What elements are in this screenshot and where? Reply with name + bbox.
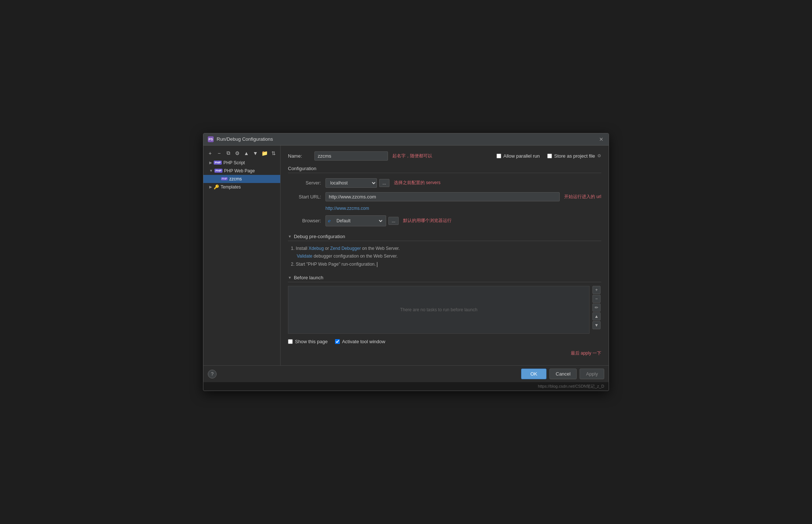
title-bar-left: PS Run/Debug Configurations bbox=[208, 136, 273, 142]
debug-step1-prefix: 1. Install bbox=[291, 246, 309, 251]
gear-icon: ⚙ bbox=[597, 153, 601, 158]
php-badge: PHP bbox=[214, 161, 222, 165]
debug-step2: 2. Start "PHP Web Page" run-configuratio… bbox=[291, 261, 601, 269]
debug-collapse-arrow: ▼ bbox=[288, 234, 292, 238]
start-url-annotation: 开始运行进入的 url bbox=[564, 194, 601, 200]
server-select[interactable]: localhost bbox=[325, 178, 377, 188]
before-launch-section: ▼ Before launch There are no tasks to ru… bbox=[288, 273, 601, 334]
php-script-label: PHP Script bbox=[223, 160, 245, 165]
browser-label: Browser: bbox=[288, 218, 321, 223]
allow-parallel-checkbox[interactable] bbox=[496, 154, 501, 158]
copy-config-button[interactable]: ⧉ bbox=[224, 149, 232, 157]
dialog-body: + − ⧉ ⚙ ▲ ▼ 📁 ⇅ ▶ PHP PHP Script ▼ PHP P… bbox=[203, 146, 609, 366]
right-panel: Name: 起名字，随便都可以 Allow parallel run Store… bbox=[281, 146, 609, 366]
cursor-indicator bbox=[377, 262, 377, 267]
server-more-button[interactable]: ... bbox=[379, 179, 389, 187]
show-this-page-row: Show this page bbox=[288, 339, 328, 344]
activate-tool-window-row: Activate tool window bbox=[335, 339, 385, 344]
server-annotation: 选择之前配置的 servers bbox=[394, 180, 441, 186]
close-button[interactable]: ✕ bbox=[598, 136, 604, 142]
before-launch-up-button[interactable]: ▲ bbox=[592, 312, 601, 320]
title-bar: PS Run/Debug Configurations ✕ bbox=[203, 133, 609, 146]
allow-parallel-label: Allow parallel run bbox=[503, 153, 540, 159]
before-launch-down-button[interactable]: ▼ bbox=[592, 321, 601, 329]
name-row: Name: 起名字，随便都可以 Allow parallel run Store… bbox=[288, 151, 601, 161]
left-toolbar: + − ⧉ ⚙ ▲ ▼ 📁 ⇅ bbox=[203, 148, 280, 159]
browser-more-button[interactable]: ... bbox=[388, 217, 399, 225]
php-web-badge: PHP bbox=[214, 169, 222, 173]
folder-button[interactable]: 📁 bbox=[261, 149, 268, 157]
validate-link[interactable]: Validate bbox=[297, 254, 312, 259]
url-link[interactable]: http://www.zzcms.com bbox=[325, 206, 601, 211]
add-config-button[interactable]: + bbox=[206, 149, 214, 157]
show-this-page-label: Show this page bbox=[295, 339, 328, 344]
status-bar: https://blog.csdn.net/CSDN笔记_z_D bbox=[203, 382, 609, 391]
configuration-title: Configuration bbox=[288, 166, 601, 173]
browser-select[interactable]: Default bbox=[332, 216, 384, 225]
settings-config-button[interactable]: ⚙ bbox=[234, 149, 241, 157]
server-row: Server: localhost ... 选择之前配置的 servers bbox=[288, 178, 601, 188]
debug-section-title: Debug pre-configuration bbox=[294, 234, 345, 239]
before-launch-empty-text: There are no tasks to run before launch bbox=[400, 307, 477, 312]
debug-text-content: 1. Install Xdebug or Zend Debugger on th… bbox=[291, 245, 601, 269]
tree-item-templates[interactable]: ▶ 🔑 Templates bbox=[203, 183, 280, 191]
debug-validate-row: Validate debugger configuration on the W… bbox=[291, 252, 601, 261]
help-button[interactable]: ? bbox=[208, 370, 217, 378]
app-icon: PS bbox=[208, 136, 214, 142]
activate-tool-window-checkbox[interactable] bbox=[335, 339, 340, 344]
before-launch-add-button[interactable]: + bbox=[592, 286, 601, 294]
debug-section-header[interactable]: ▼ Debug pre-configuration bbox=[288, 232, 601, 241]
before-launch-wrapper: There are no tasks to run before launch … bbox=[288, 286, 601, 334]
browser-select-wrapper: ℯ Default ... bbox=[325, 215, 399, 226]
before-launch-title: Before launch bbox=[294, 275, 323, 280]
templates-label: Templates bbox=[221, 184, 241, 190]
ok-button[interactable]: OK bbox=[521, 369, 546, 379]
before-launch-header[interactable]: ▼ Before launch bbox=[288, 273, 601, 282]
collapse-arrow-templates: ▶ bbox=[209, 185, 212, 189]
name-input[interactable] bbox=[314, 151, 388, 161]
arrow-up-button[interactable]: ▲ bbox=[243, 149, 250, 157]
status-url: https://blog.csdn.net/CSDN笔记_z_D bbox=[538, 384, 604, 388]
before-launch-remove-button[interactable]: − bbox=[592, 295, 601, 303]
store-project-checkbox[interactable] bbox=[547, 154, 552, 158]
debug-or-text: or bbox=[324, 246, 330, 251]
collapse-arrow-php-web-page: ▼ bbox=[209, 169, 213, 173]
apply-note: 最后 apply 一下 bbox=[288, 350, 601, 356]
before-launch-arrow: ▼ bbox=[288, 276, 292, 280]
tree-item-zzcms[interactable]: PHP zzcms bbox=[203, 175, 280, 183]
arrow-down-button[interactable]: ▼ bbox=[252, 149, 259, 157]
browser-annotation: 默认的用哪个浏览器运行 bbox=[403, 218, 452, 224]
validate-suffix: debugger configuration on the Web Server… bbox=[312, 254, 398, 259]
tree-item-php-script[interactable]: ▶ PHP PHP Script bbox=[203, 159, 280, 167]
name-annotation: 起名字，随便都可以 bbox=[392, 153, 432, 159]
tree-item-php-web-page[interactable]: ▼ PHP PHP Web Page bbox=[203, 167, 280, 175]
debug-step1: 1. Install Xdebug or Zend Debugger on th… bbox=[291, 245, 601, 253]
debug-step1-suffix: on the Web Server. bbox=[361, 246, 400, 251]
sort-button[interactable]: ⇅ bbox=[270, 149, 277, 157]
bottom-options-row: Show this page Activate tool window bbox=[288, 339, 601, 344]
server-label: Server: bbox=[288, 180, 321, 186]
before-launch-edit-button[interactable]: ✏ bbox=[592, 304, 601, 312]
name-label: Name: bbox=[288, 153, 310, 159]
dialog-title: Run/Debug Configurations bbox=[217, 136, 273, 142]
allow-parallel-row: Allow parallel run bbox=[496, 153, 540, 159]
xdebug-link[interactable]: Xdebug bbox=[309, 246, 324, 251]
dialog-footer: ? OK Cancel Apply bbox=[203, 365, 609, 382]
debug-preconfiguration-section: ▼ Debug pre-configuration 1. Install Xde… bbox=[288, 232, 601, 269]
activate-tool-window-label: Activate tool window bbox=[342, 339, 385, 344]
apply-button[interactable]: Apply bbox=[580, 369, 604, 379]
debug-step2-text: 2. Start "PHP Web Page" run-configuratio… bbox=[291, 262, 376, 267]
footer-buttons: OK Cancel Apply bbox=[521, 369, 604, 379]
remove-config-button[interactable]: − bbox=[216, 149, 223, 157]
show-this-page-checkbox[interactable] bbox=[288, 339, 293, 344]
before-launch-area: There are no tasks to run before launch bbox=[288, 286, 590, 334]
configuration-section: Configuration Server: localhost ... 选择之前… bbox=[288, 166, 601, 226]
start-url-input[interactable] bbox=[325, 192, 560, 201]
cancel-button[interactable]: Cancel bbox=[549, 369, 577, 379]
run-debug-dialog: PS Run/Debug Configurations ✕ + − ⧉ ⚙ ▲ … bbox=[203, 133, 609, 391]
store-project-label: Store as project file bbox=[554, 153, 595, 159]
zzcms-badge: PHP bbox=[221, 177, 228, 180]
left-panel: + − ⧉ ⚙ ▲ ▼ 📁 ⇅ ▶ PHP PHP Script ▼ PHP P… bbox=[203, 146, 281, 366]
collapse-arrow-php-script: ▶ bbox=[209, 161, 212, 165]
zend-debugger-link[interactable]: Zend Debugger bbox=[330, 246, 361, 251]
